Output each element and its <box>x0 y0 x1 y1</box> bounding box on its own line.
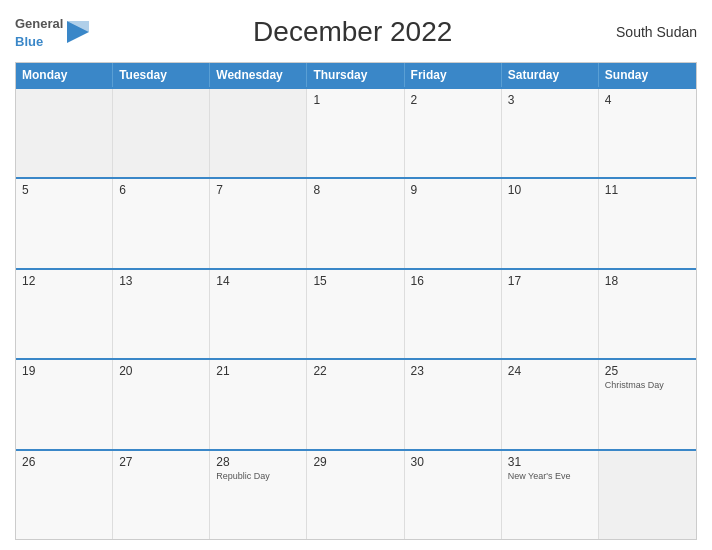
calendar-cell: 13 <box>113 270 210 358</box>
calendar-page: General Blue December 2022 South Sudan M… <box>0 0 712 550</box>
calendar-cell <box>16 89 113 177</box>
day-number: 18 <box>605 274 690 288</box>
day-number: 4 <box>605 93 690 107</box>
calendar-cell: 12 <box>16 270 113 358</box>
weekday-header-thursday: Thursday <box>307 63 404 87</box>
calendar-cell: 21 <box>210 360 307 448</box>
day-number: 1 <box>313 93 397 107</box>
day-number: 29 <box>313 455 397 469</box>
calendar-cell: 28Republic Day <box>210 451 307 539</box>
day-number: 16 <box>411 274 495 288</box>
calendar-cell: 24 <box>502 360 599 448</box>
day-number: 23 <box>411 364 495 378</box>
calendar-cell: 3 <box>502 89 599 177</box>
calendar-cell: 17 <box>502 270 599 358</box>
day-number: 6 <box>119 183 203 197</box>
holiday-name: Christmas Day <box>605 380 690 391</box>
day-number: 24 <box>508 364 592 378</box>
day-number: 13 <box>119 274 203 288</box>
calendar-cell: 23 <box>405 360 502 448</box>
day-number: 10 <box>508 183 592 197</box>
calendar-cell <box>210 89 307 177</box>
calendar-cell <box>113 89 210 177</box>
calendar-cell: 16 <box>405 270 502 358</box>
day-number: 15 <box>313 274 397 288</box>
day-number: 25 <box>605 364 690 378</box>
calendar-cell: 8 <box>307 179 404 267</box>
calendar-body: 1234567891011121314151617181920212223242… <box>16 87 696 539</box>
logo-flag-icon <box>67 21 89 43</box>
calendar-cell: 15 <box>307 270 404 358</box>
calendar-week-1: 1234 <box>16 87 696 177</box>
weekday-header-sunday: Sunday <box>599 63 696 87</box>
calendar-cell: 30 <box>405 451 502 539</box>
calendar-cell: 11 <box>599 179 696 267</box>
day-number: 7 <box>216 183 300 197</box>
day-number: 28 <box>216 455 300 469</box>
calendar-cell: 25Christmas Day <box>599 360 696 448</box>
day-number: 11 <box>605 183 690 197</box>
calendar-cell: 20 <box>113 360 210 448</box>
logo-blue: Blue <box>15 34 43 49</box>
weekday-header-tuesday: Tuesday <box>113 63 210 87</box>
calendar-cell: 4 <box>599 89 696 177</box>
calendar-cell: 22 <box>307 360 404 448</box>
day-number: 20 <box>119 364 203 378</box>
calendar-cell: 14 <box>210 270 307 358</box>
calendar-cell: 10 <box>502 179 599 267</box>
calendar-title: December 2022 <box>89 16 616 48</box>
calendar-cell: 7 <box>210 179 307 267</box>
holiday-name: Republic Day <box>216 471 300 482</box>
day-number: 21 <box>216 364 300 378</box>
day-number: 27 <box>119 455 203 469</box>
weekday-header-monday: Monday <box>16 63 113 87</box>
calendar-cell: 9 <box>405 179 502 267</box>
calendar-cell: 19 <box>16 360 113 448</box>
calendar-cell: 18 <box>599 270 696 358</box>
logo-text: General Blue <box>15 14 63 50</box>
day-number: 5 <box>22 183 106 197</box>
calendar-cell: 31New Year's Eve <box>502 451 599 539</box>
country-name: South Sudan <box>616 24 697 40</box>
day-number: 9 <box>411 183 495 197</box>
calendar-cell: 29 <box>307 451 404 539</box>
calendar-cell <box>599 451 696 539</box>
day-number: 3 <box>508 93 592 107</box>
weekday-header-wednesday: Wednesday <box>210 63 307 87</box>
calendar-week-3: 12131415161718 <box>16 268 696 358</box>
holiday-name: New Year's Eve <box>508 471 592 482</box>
calendar-cell: 5 <box>16 179 113 267</box>
calendar-week-5: 262728Republic Day293031New Year's Eve <box>16 449 696 539</box>
calendar-header: MondayTuesdayWednesdayThursdayFridaySatu… <box>16 63 696 87</box>
weekday-header-friday: Friday <box>405 63 502 87</box>
calendar-cell: 26 <box>16 451 113 539</box>
logo-general: General <box>15 16 63 31</box>
calendar-week-2: 567891011 <box>16 177 696 267</box>
calendar: MondayTuesdayWednesdayThursdayFridaySatu… <box>15 62 697 540</box>
day-number: 19 <box>22 364 106 378</box>
day-number: 17 <box>508 274 592 288</box>
calendar-cell: 27 <box>113 451 210 539</box>
calendar-week-4: 19202122232425Christmas Day <box>16 358 696 448</box>
logo: General Blue <box>15 14 89 50</box>
day-number: 31 <box>508 455 592 469</box>
calendar-cell: 2 <box>405 89 502 177</box>
day-number: 8 <box>313 183 397 197</box>
calendar-cell: 6 <box>113 179 210 267</box>
day-number: 2 <box>411 93 495 107</box>
day-number: 22 <box>313 364 397 378</box>
day-number: 12 <box>22 274 106 288</box>
day-number: 14 <box>216 274 300 288</box>
day-number: 26 <box>22 455 106 469</box>
calendar-cell: 1 <box>307 89 404 177</box>
page-header: General Blue December 2022 South Sudan <box>15 10 697 54</box>
weekday-header-saturday: Saturday <box>502 63 599 87</box>
day-number: 30 <box>411 455 495 469</box>
